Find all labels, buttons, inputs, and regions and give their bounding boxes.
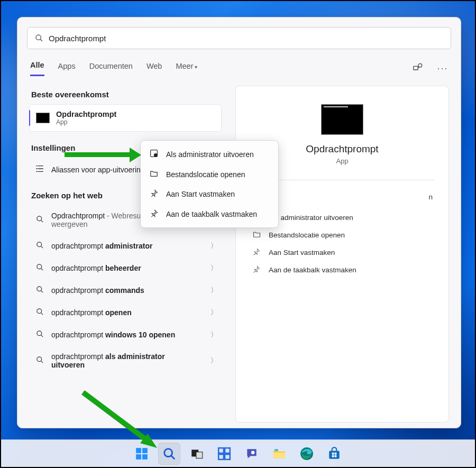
svg-point-20 xyxy=(154,153,157,157)
ctx-run-as-admin[interactable]: Als administrator uitvoeren xyxy=(141,144,278,164)
taskbar-store-button[interactable] xyxy=(323,443,345,465)
svg-rect-29 xyxy=(196,452,203,458)
search-icon xyxy=(34,286,45,295)
search-icon xyxy=(35,34,43,42)
svg-point-4 xyxy=(36,216,41,221)
web-result-5[interactable]: opdrachtprompt windows 10 openen〉 xyxy=(29,324,222,346)
edge-icon xyxy=(300,447,314,461)
settings-list-icon xyxy=(34,164,45,175)
tab-apps[interactable]: Apps xyxy=(58,62,76,76)
web-result-3[interactable]: opdrachtprompt commands〉 xyxy=(29,279,222,301)
svg-line-13 xyxy=(41,313,43,315)
search-icon xyxy=(34,263,45,273)
ctx-open-file-location[interactable]: Bestandslocatie openen xyxy=(141,164,278,184)
svg-point-26 xyxy=(164,448,172,456)
shield-icon xyxy=(149,149,159,159)
filter-tabs: Alle Apps Documenten Web Meer ··· xyxy=(17,61,461,76)
web-result-4[interactable]: opdrachtprompt openen〉 xyxy=(29,301,222,324)
taskbar-search-button[interactable] xyxy=(158,443,180,465)
preview-action-label: Als administrator uitvoeren xyxy=(269,214,353,222)
results-content: Beste overeenkomst Opdrachtprompt App In… xyxy=(17,76,461,428)
taskview-icon xyxy=(190,447,204,461)
tab-web[interactable]: Web xyxy=(147,62,162,76)
search-across-devices-icon[interactable] xyxy=(413,62,424,75)
svg-rect-40 xyxy=(335,452,337,454)
web-result-label: opdrachtprompt windows 10 openen xyxy=(51,331,175,339)
search-box[interactable] xyxy=(27,27,451,49)
folder-icon xyxy=(149,170,159,179)
results-left-column: Beste overeenkomst Opdrachtprompt App In… xyxy=(29,86,222,423)
web-result-label: opdrachtprompt openen xyxy=(51,308,132,317)
pin-icon xyxy=(149,209,159,219)
svg-rect-32 xyxy=(218,454,224,460)
best-match-item[interactable]: Opdrachtprompt App xyxy=(29,104,222,132)
svg-point-16 xyxy=(36,357,41,362)
svg-point-12 xyxy=(36,309,41,314)
chevron-right-icon: 〉 xyxy=(210,241,217,251)
svg-rect-25 xyxy=(142,454,148,460)
taskbar-explorer-button[interactable] xyxy=(268,443,290,465)
taskbar-start-button[interactable] xyxy=(131,443,153,465)
tab-more[interactable]: Meer xyxy=(176,62,197,76)
svg-point-14 xyxy=(36,331,41,336)
folder-icon xyxy=(252,231,261,240)
web-result-1[interactable]: opdrachtprompt administrator〉 xyxy=(29,235,222,257)
taskbar-edge-button[interactable] xyxy=(296,443,318,465)
best-match-subtitle: App xyxy=(56,118,116,126)
svg-point-34 xyxy=(251,451,255,454)
web-result-label: opdrachtprompt beheerder xyxy=(51,264,141,272)
preview-action-label: Aan de taakbalk vastmaken xyxy=(269,266,356,274)
taskbar-taskview-button[interactable] xyxy=(186,443,208,465)
svg-point-8 xyxy=(36,264,41,269)
svg-rect-31 xyxy=(225,448,230,453)
web-result-label: opdrachtprompt administrator xyxy=(51,242,152,250)
svg-rect-41 xyxy=(332,455,334,457)
file-explorer-icon xyxy=(272,447,286,461)
svg-rect-2 xyxy=(414,66,418,70)
web-result-2[interactable]: opdrachtprompt beheerder〉 xyxy=(29,257,222,279)
chevron-right-icon: 〉 xyxy=(210,308,217,317)
preview-title: Opdrachtprompt xyxy=(306,143,378,155)
ctx-pin-start[interactable]: Aan Start vastmaken xyxy=(141,184,278,204)
chat-icon xyxy=(245,447,259,461)
more-options-icon[interactable]: ··· xyxy=(437,63,448,74)
web-result-6[interactable]: opdrachtprompt als administrator uitvoer… xyxy=(29,346,222,375)
search-icon xyxy=(34,308,45,317)
svg-rect-38 xyxy=(329,451,340,458)
preview-action-open-file-location[interactable]: Bestandslocatie openen xyxy=(250,226,435,244)
pin-icon xyxy=(149,189,159,199)
svg-line-17 xyxy=(41,361,43,363)
pin-icon xyxy=(252,248,261,257)
search-icon xyxy=(162,447,176,461)
pin-icon xyxy=(252,265,261,274)
svg-point-0 xyxy=(36,35,41,40)
annotation-arrow-top xyxy=(65,151,141,158)
svg-point-6 xyxy=(36,242,41,247)
preview-open-trailing-letter: n xyxy=(428,193,433,201)
preview-app-icon xyxy=(321,104,363,135)
svg-rect-30 xyxy=(218,448,224,453)
taskbar-widgets-button[interactable] xyxy=(213,443,235,465)
svg-line-27 xyxy=(171,455,175,459)
widgets-icon xyxy=(217,447,231,461)
windows-start-icon xyxy=(135,447,149,461)
svg-line-7 xyxy=(41,246,43,248)
svg-rect-39 xyxy=(332,452,334,454)
ctx-label: Bestandslocatie openen xyxy=(166,170,245,179)
svg-rect-36 xyxy=(274,449,278,451)
search-icon xyxy=(34,241,45,251)
preview-action-pin-start[interactable]: Aan Start vastmaken xyxy=(250,244,435,261)
best-match-title: Opdrachtprompt xyxy=(56,110,116,118)
preview-action-pin-taskbar[interactable]: Aan de taakbalk vastmaken xyxy=(250,261,435,279)
svg-line-15 xyxy=(41,335,43,337)
ctx-pin-taskbar[interactable]: Aan de taakbalk vastmaken xyxy=(141,204,278,224)
svg-rect-23 xyxy=(142,448,148,453)
chevron-right-icon: 〉 xyxy=(210,356,217,365)
svg-rect-42 xyxy=(335,455,337,457)
search-input[interactable] xyxy=(49,34,443,43)
svg-line-5 xyxy=(41,220,43,222)
context-menu: Als administrator uitvoeren Bestandsloca… xyxy=(140,140,279,228)
tab-all[interactable]: Alle xyxy=(30,61,44,76)
tab-documents[interactable]: Documenten xyxy=(89,62,133,76)
taskbar-chat-button[interactable] xyxy=(241,443,263,465)
